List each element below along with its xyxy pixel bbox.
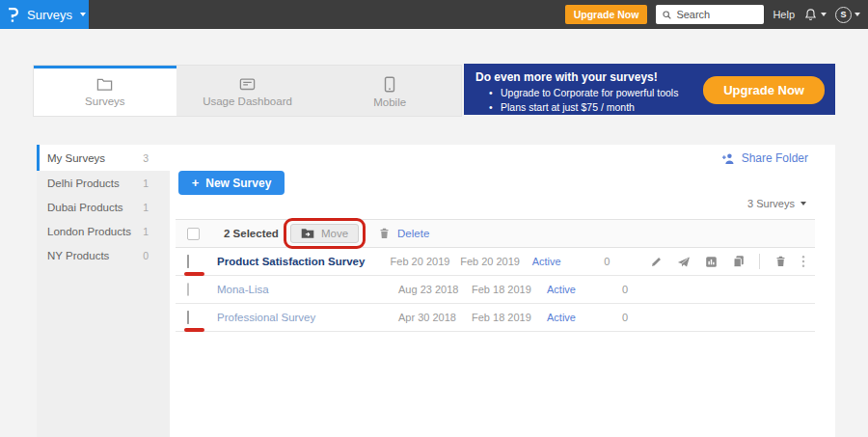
search-box[interactable] — [656, 5, 764, 24]
modified-date: Feb 18 2019 — [472, 312, 547, 323]
red-annotation-box: Move — [284, 218, 366, 249]
share-folder-icon — [721, 152, 736, 165]
table-row: Product Satisfaction Survey Feb 20 2019 … — [176, 248, 815, 276]
sidebar-item-london-products[interactable]: London Products 1 — [37, 219, 170, 243]
red-underline-annotation — [184, 272, 204, 276]
survey-title-link[interactable]: Mona-Lisa — [217, 284, 398, 295]
sidebar-item-delhi-products[interactable]: Delhi Products 1 — [37, 171, 170, 195]
divider — [759, 254, 760, 269]
bulk-actions-row: 2 Selected Move Delete — [176, 219, 815, 248]
main-panel: Share Folder + New Survey 3 Surveys 2 Se… — [170, 145, 835, 437]
responses-count: 0 — [622, 284, 670, 295]
app-switcher[interactable]: Surveys — [0, 0, 89, 29]
chevron-down-icon — [80, 13, 86, 16]
edit-icon[interactable] — [650, 256, 663, 268]
chevron-down-icon — [854, 13, 860, 16]
move-button[interactable]: Move — [290, 224, 359, 243]
responses-count: 0 — [622, 312, 670, 323]
notifications-menu[interactable] — [803, 8, 827, 22]
folder-count: 1 — [143, 178, 149, 189]
folder-count: 3 — [143, 152, 149, 164]
chevron-down-icon — [800, 202, 806, 205]
sidebar-item-dubai-products[interactable]: Dubai Products 1 — [37, 195, 170, 219]
folder-count: 1 — [143, 202, 149, 213]
sidebar-item-my-surveys[interactable]: My Surveys 3 — [37, 145, 170, 171]
survey-title-link[interactable]: Product Satisfaction Survey — [217, 256, 391, 267]
share-folder-button[interactable]: Share Folder — [721, 151, 808, 165]
avatar: S — [835, 7, 852, 23]
folders-sidebar: My Surveys 3 Delhi Products 1 Dubai Prod… — [37, 145, 170, 437]
chevron-down-icon — [821, 13, 827, 16]
copy-icon[interactable] — [732, 255, 745, 268]
modified-date: Feb 18 2019 — [472, 284, 547, 295]
app-title: Surveys — [27, 8, 72, 22]
mobile-icon — [384, 76, 395, 93]
status-badge: Active — [547, 284, 622, 295]
survey-title-link[interactable]: Professional Survey — [217, 312, 398, 323]
search-input[interactable] — [676, 9, 758, 20]
move-folder-icon — [301, 228, 314, 239]
responses-count: 0 — [604, 256, 650, 267]
dashboard-icon — [239, 77, 256, 92]
row-checkbox[interactable] — [187, 311, 189, 324]
upgrade-now-button[interactable]: Upgrade Now — [565, 5, 648, 24]
table-row: Mona-Lisa Aug 23 2018 Feb 18 2019 Active… — [176, 276, 815, 304]
status-badge: Active — [547, 312, 622, 323]
row-checkbox[interactable] — [187, 283, 189, 296]
bell-icon — [803, 8, 818, 22]
proprofs-logo-icon — [8, 7, 19, 23]
promo-banner: Do even more with your surveys! Upgrade … — [464, 64, 835, 115]
created-date: Aug 23 2018 — [398, 284, 472, 295]
help-link[interactable]: Help — [773, 9, 795, 20]
modified-date: Feb 20 2019 — [460, 256, 532, 267]
surveys-count-dropdown[interactable]: 3 Surveys — [747, 198, 806, 209]
folder-icon — [96, 77, 113, 92]
plus-icon: + — [192, 176, 200, 190]
created-date: Feb 20 2019 — [391, 256, 461, 267]
new-survey-button[interactable]: + New Survey — [178, 171, 285, 195]
delete-label: Delete — [397, 228, 429, 239]
tab-surveys[interactable]: Surveys — [34, 66, 176, 116]
search-icon — [662, 10, 672, 20]
row-checkbox[interactable] — [187, 255, 189, 268]
report-icon[interactable] — [705, 256, 718, 268]
folder-count: 0 — [143, 250, 149, 261]
share-folder-label: Share Folder — [742, 151, 808, 165]
delete-button[interactable]: Delete — [378, 227, 429, 240]
tab-usage-dashboard[interactable]: Usage Dashboard — [176, 66, 319, 116]
send-icon[interactable] — [677, 256, 691, 268]
topbar: Surveys Upgrade Now Help S — [0, 0, 868, 29]
sidebar-item-ny-products[interactable]: NY Products 0 — [37, 243, 170, 267]
trash-icon[interactable] — [774, 255, 787, 268]
selected-count-label: 2 Selected — [224, 228, 279, 239]
status-badge: Active — [532, 256, 605, 267]
select-all-checkbox[interactable] — [187, 228, 200, 240]
folder-count: 1 — [143, 226, 149, 237]
more-icon[interactable] — [801, 255, 805, 268]
created-date: Apr 30 2018 — [398, 312, 472, 323]
trash-icon — [378, 227, 391, 240]
surveys-table: 2 Selected Move Delete Product Satisfact… — [176, 219, 815, 332]
red-underline-annotation — [184, 328, 204, 332]
tab-mobile[interactable]: Mobile — [318, 66, 461, 116]
table-row: Professional Survey Apr 30 2018 Feb 18 2… — [176, 304, 815, 332]
banner-upgrade-button[interactable]: Upgrade Now — [703, 76, 825, 104]
move-label: Move — [321, 228, 348, 239]
account-menu[interactable]: S — [835, 7, 860, 23]
tab-bar: Surveys Usage Dashboard Mobile — [34, 66, 461, 116]
